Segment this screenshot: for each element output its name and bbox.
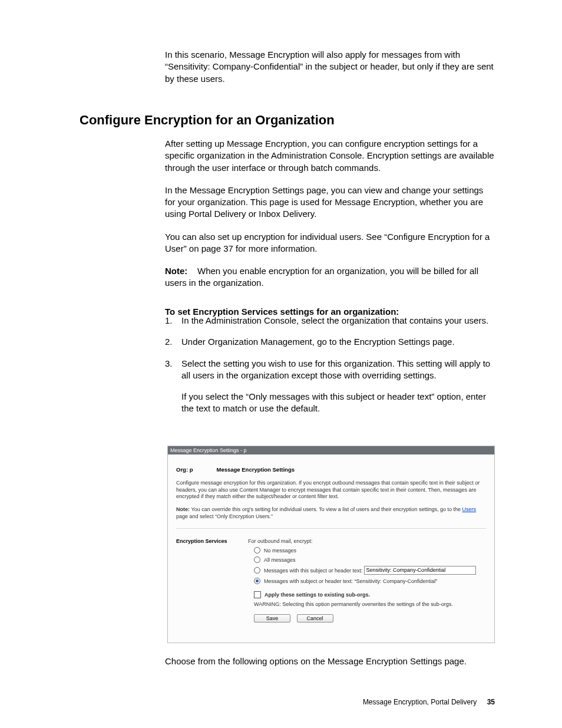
panel-header-row: Org: p Message Encryption Settings [176,466,486,473]
step-3: 3. Select the setting you wish to use fo… [165,358,495,382]
radio-icon[interactable] [254,567,260,574]
outbound-label: For outbound mail, encrypt: [248,538,486,544]
step-1: 1. In the Administration Console, select… [165,315,495,327]
button-row: Save Cancel [254,614,486,622]
step-body: Select the setting you wish to use for t… [181,358,495,382]
section-body: After setting up Message Encryption, you… [165,138,495,328]
step-2: 2. Under Organization Management, go to … [165,336,495,348]
checkbox-icon[interactable] [254,591,261,598]
panel-note: Note: You can override this org's settin… [176,506,486,520]
page-number: 35 [487,698,495,706]
panel-note-after: page and select “Only Encryption Users.” [176,513,273,519]
page-footer: Message Encryption, Portal Delivery 35 [363,698,495,706]
option-all-messages[interactable]: All messages [248,556,486,563]
section-heading: Configure Encryption for an Organization [80,113,335,128]
note-label: Note: [165,266,187,276]
encryption-settings-panel: Message Encryption Settings - p Org: p M… [167,446,495,643]
radio-icon[interactable] [254,547,260,554]
option-default-text[interactable]: Messages with subject or header text: “S… [248,578,486,584]
option-label: Messages with this subject or header tex… [264,568,363,574]
apply-suborgs-row[interactable]: Apply these settings to existing sub-org… [248,591,486,598]
paragraph-3: You can also set up encryption for indiv… [165,231,495,255]
footer-title: Message Encryption, Portal Delivery [363,698,477,706]
note-body: When you enable encryption for an organi… [165,266,478,288]
radio-icon[interactable] [254,556,260,563]
apply-warning: WARNING: Selecting this option permanent… [254,601,486,607]
paragraph-1: After setting up Message Encryption, you… [165,138,495,174]
panel-titlebar: Message Encryption Settings - p [168,446,494,454]
divider [176,528,486,529]
encryption-services-section: Encryption Services For outbound mail, e… [176,538,486,622]
org-label: Org: p [176,466,193,473]
save-button[interactable]: Save [254,614,290,622]
subject-text-input[interactable]: Sensitivity: Company-Confidential [364,566,476,575]
section-label: Encryption Services [176,538,248,622]
step-body: Under Organization Management, go to the… [181,336,455,348]
intro-paragraph: In this scenario, Message Encryption wil… [165,49,495,85]
option-label: Messages with subject or header text: “S… [264,578,437,584]
document-page: In this scenario, Message Encryption wil… [0,0,562,728]
step-number: 1. [165,315,181,327]
step-body: In the Administration Console, select th… [181,315,488,327]
paragraph-2: In the Message Encryption Settings page,… [165,185,495,220]
radio-icon[interactable] [254,578,260,584]
panel-note-before: You can override this org's setting for … [191,506,462,512]
after-screenshot-paragraph: Choose from the following options on the… [165,655,495,667]
panel-note-label: Note: [176,506,191,512]
option-no-messages[interactable]: No messages [248,547,486,554]
panel-description: Configure message encryption for this or… [176,480,486,500]
step-number: 2. [165,336,181,348]
panel-title: Message Encryption Settings [217,466,295,473]
option-label: No messages [264,548,296,554]
note-paragraph: Note: When you enable encryption for an … [165,265,495,289]
step-3-sub: If you select the “Only messages with th… [181,391,495,415]
section-controls: For outbound mail, encrypt: No messages … [248,538,486,622]
users-link[interactable]: Users [462,506,476,512]
apply-label: Apply these settings to existing sub-org… [265,592,370,598]
option-custom-text[interactable]: Messages with this subject or header tex… [248,566,486,575]
step-number: 3. [165,358,181,382]
option-label: All messages [264,557,296,563]
cancel-button[interactable]: Cancel [297,614,333,622]
procedure-steps: 1. In the Administration Console, select… [165,315,495,424]
panel-body: Org: p Message Encryption Settings Confi… [168,454,494,627]
